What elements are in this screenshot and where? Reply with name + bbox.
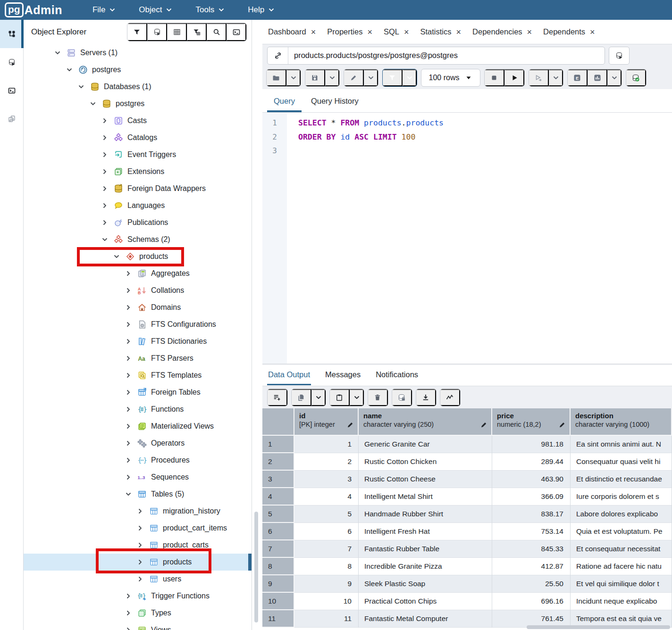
cell-description[interactable]: Et vel qui similique dolor t <box>571 575 672 593</box>
cell-id[interactable]: 10 <box>294 593 359 610</box>
cell-price[interactable]: 838.17 <box>492 506 571 523</box>
rail-item-psql-tool[interactable] <box>0 76 24 105</box>
chevron-right-icon[interactable] <box>124 388 133 397</box>
execute-play-button[interactable] <box>504 69 524 86</box>
trash-button[interactable] <box>368 389 388 406</box>
cell-price[interactable]: 981.18 <box>492 436 571 453</box>
cell-name[interactable]: Fantastic Rubber Table <box>359 540 492 558</box>
edit-dropdown-button[interactable] <box>364 69 378 86</box>
tree-item-users[interactable]: users <box>24 571 252 588</box>
copy-dropdown-button[interactable] <box>311 389 326 406</box>
chevron-right-icon[interactable] <box>124 626 133 630</box>
tab-statistics[interactable]: Statistics× <box>420 27 462 36</box>
cell-id[interactable]: 9 <box>294 575 359 593</box>
cell-price[interactable]: 412.87 <box>492 558 571 575</box>
row-number-cell[interactable]: 3 <box>262 471 294 488</box>
tab-messages[interactable]: Messages <box>324 365 361 385</box>
tree-item-materialized-views[interactable]: Materialized Views <box>24 418 252 435</box>
row-number-cell[interactable]: 11 <box>262 610 294 628</box>
rows-limit-select[interactable]: 100 rows <box>421 69 480 87</box>
chevron-right-icon[interactable] <box>124 337 133 346</box>
chevron-right-icon[interactable] <box>136 541 144 549</box>
execute-stop-button[interactable] <box>485 69 504 86</box>
oe-toolbar-grid-button[interactable] <box>167 23 187 41</box>
tree-item-views[interactable]: Views <box>24 622 252 630</box>
oe-toolbar-filter-button[interactable] <box>127 23 147 41</box>
cell-id[interactable]: 7 <box>294 540 359 558</box>
explain-explain-analyze-button[interactable] <box>588 69 607 86</box>
cell-description[interactable]: Et consequatur necessitat <box>571 540 672 558</box>
chevron-right-icon[interactable] <box>101 201 109 210</box>
chevron-right-icon[interactable] <box>136 558 144 566</box>
chevron-down-icon[interactable] <box>77 83 85 91</box>
cell-name[interactable]: Generic Granite Car <box>359 436 492 453</box>
chevron-right-icon[interactable] <box>124 354 133 363</box>
tab-dependencies[interactable]: Dependencies× <box>472 27 532 36</box>
chevron-right-icon[interactable] <box>124 405 133 414</box>
tree-item-databases-1[interactable]: Databases (1) <box>24 78 252 95</box>
chevron-right-icon[interactable] <box>101 150 109 159</box>
cell-name[interactable]: Intelligent Fresh Hat <box>359 523 492 540</box>
tab-query[interactable]: Query <box>267 91 302 112</box>
close-icon[interactable]: × <box>456 28 462 36</box>
cell-name[interactable]: Incredible Granite Pizza <box>359 558 492 575</box>
cell-id[interactable]: 1 <box>294 436 359 453</box>
cell-description[interactable]: Labore dolores explicabo <box>571 506 672 523</box>
copy-button[interactable] <box>292 389 311 406</box>
cell-price[interactable]: 696.16 <box>492 593 571 610</box>
execute-script-play-script-button[interactable] <box>529 69 549 86</box>
close-icon[interactable]: × <box>404 28 409 36</box>
row-number-cell[interactable]: 9 <box>262 575 294 593</box>
tree-item-foreign-data-wrappers[interactable]: Foreign Data Wrappers <box>24 180 252 197</box>
oe-toolbar-search-button[interactable] <box>207 23 227 41</box>
tree-item-procedures[interactable]: {}Procedures <box>24 452 252 469</box>
tree-item-publications[interactable]: Publications <box>24 214 252 231</box>
chevron-right-icon[interactable] <box>124 592 133 600</box>
chevron-right-icon[interactable] <box>124 303 133 312</box>
tree-item-functions[interactable]: {}Functions <box>24 401 252 418</box>
chevron-right-icon[interactable] <box>124 473 133 481</box>
chevron-right-icon[interactable] <box>136 507 144 515</box>
cell-description[interactable]: Iure corporis dolorem et s <box>571 488 672 506</box>
cell-price[interactable]: 25.50 <box>492 575 571 593</box>
close-icon[interactable]: × <box>311 28 316 36</box>
chevron-right-icon[interactable] <box>124 320 133 329</box>
chevron-down-icon[interactable] <box>53 49 62 57</box>
tree-item-postgres[interactable]: postgres <box>24 61 252 78</box>
sql-editor[interactable]: 123 SELECT * FROM products.productsORDER… <box>262 113 672 364</box>
cell-description[interactable]: Ea sint omnis animi aut. N <box>571 436 672 453</box>
chevron-right-icon[interactable] <box>101 133 109 142</box>
tree-item-aggregates[interactable]: Aggregates <box>24 265 252 282</box>
cell-id[interactable]: 6 <box>294 523 359 540</box>
tab-data-output[interactable]: Data Output <box>267 365 311 385</box>
tree-item-fts-configurations[interactable]: FTS Configurations <box>24 316 252 333</box>
tree-item-foreign-tables[interactable]: Foreign Tables <box>24 384 252 401</box>
cell-description[interactable]: Quia et est voluptatum. Pe <box>571 523 672 540</box>
tree-item-schemas-2[interactable]: Schemas (2) <box>24 231 252 248</box>
new-connection-button[interactable] <box>609 47 630 65</box>
chevron-right-icon[interactable] <box>101 184 109 193</box>
edit-edit-button[interactable] <box>344 69 364 86</box>
rail-item-query-tool[interactable] <box>0 48 24 76</box>
row-number-cell[interactable]: 1 <box>262 436 294 453</box>
cell-price[interactable]: 463.90 <box>492 471 571 488</box>
row-number-cell[interactable]: 8 <box>262 558 294 575</box>
grid-horizontal-scrollbar[interactable] <box>527 625 670 629</box>
row-number-cell[interactable]: 7 <box>262 540 294 558</box>
tree-item-collations[interactable]: ABCollations <box>24 282 252 299</box>
close-icon[interactable]: × <box>367 28 372 36</box>
explain-dropdown-button[interactable] <box>607 69 622 86</box>
chevron-down-icon[interactable] <box>89 99 97 108</box>
download-button[interactable] <box>416 389 436 406</box>
filter-filter-white-button[interactable] <box>383 69 403 86</box>
save-file-save-button[interactable] <box>305 69 325 86</box>
explain-explain-e-button[interactable]: E <box>568 69 588 86</box>
chevron-right-icon[interactable] <box>124 371 133 380</box>
menu-file[interactable]: File <box>81 0 127 20</box>
tree-item-servers-1[interactable]: Servers (1) <box>24 44 252 61</box>
cell-description[interactable]: Et distinctio et recusandae <box>571 471 672 488</box>
tree-item-languages[interactable]: Languages <box>24 197 252 214</box>
chevron-right-icon[interactable] <box>124 286 133 295</box>
cell-price[interactable]: 366.09 <box>492 488 571 506</box>
tree-item-sequences[interactable]: 1..3Sequences <box>24 469 252 486</box>
